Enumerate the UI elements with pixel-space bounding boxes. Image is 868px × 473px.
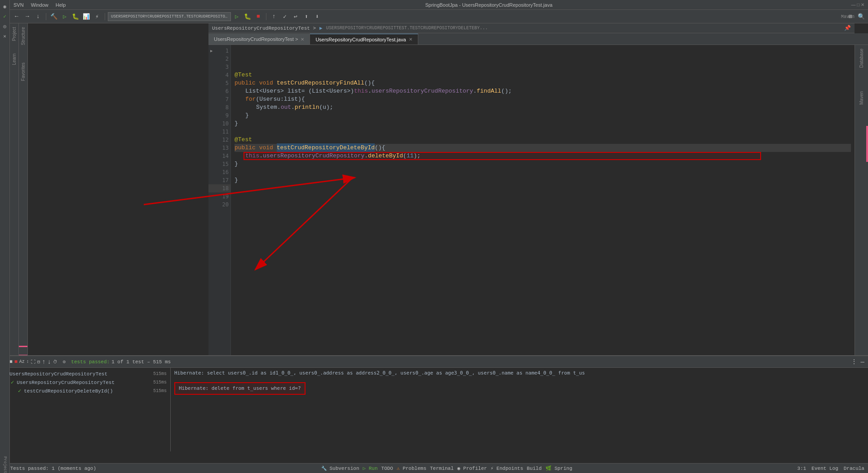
code-line-blank4 — [235, 128, 851, 136]
hibernate-delete-box: Hibernate: delete from t_users where id=… — [174, 380, 306, 395]
toolbar-back[interactable]: ← — [12, 12, 22, 22]
ide-icon-3[interactable]: ◎ — [0, 22, 9, 31]
tab-close-1[interactable]: ✕ — [301, 37, 304, 42]
tab-breadcrumb[interactable]: UsersRepositoryCrudRepositoryTest > ✕ — [208, 34, 310, 45]
ide-run-toolbar: ▷ ■ ■ Az ↕ ⛶ ⊟ ↑ ↓ ⏱ ⊙ tests passed: 1 o… — [0, 356, 868, 368]
test-method-item[interactable]: ✓ testCrudRepositoryDeleteById() 515ms — [16, 387, 168, 395]
run-sort[interactable]: ↕ — [27, 359, 29, 364]
statusbar-terminal[interactable]: Terminal — [430, 466, 454, 471]
run-up[interactable]: ↑ — [42, 358, 45, 366]
ide-right-sidebar: Database Maven — [855, 45, 868, 365]
test-output-area: Hibernate: select users0_.id as id1_0_0_… — [171, 368, 868, 451]
toolbar-coverage[interactable]: 📊 — [81, 12, 91, 22]
statusbar-build[interactable]: Build — [527, 466, 542, 471]
ide-icon-4[interactable]: ✕ — [0, 31, 9, 40]
project-label[interactable]: Project — [12, 27, 17, 41]
vcs-push[interactable]: ⬆ — [301, 12, 311, 22]
run-clock[interactable]: ⏱ — [53, 359, 58, 365]
menu-svn[interactable]: SVN — [13, 2, 24, 8]
breadcrumb-pin[interactable]: 📌 — [844, 25, 851, 31]
gutter-line-12: 12 — [208, 136, 230, 144]
ide-editor-tabs: UsersRepositoryCrudRepositoryTest > ✕ Us… — [208, 33, 868, 45]
statusbar-run[interactable]: ▷ Run — [363, 465, 377, 471]
run-format[interactable]: Az — [19, 359, 25, 364]
statusbar-subversion[interactable]: 🔧 Subversion — [321, 466, 359, 471]
code-line-close2: } — [235, 120, 851, 128]
statusbar-spring[interactable]: 🌿 Spring — [545, 465, 572, 471]
statusbar-todo[interactable]: TODO — [381, 466, 393, 471]
toolbar-recent[interactable]: ↓ — [33, 12, 43, 22]
tab-main-file[interactable]: UsersRepositoryCrudRepositoryTest.java ✕ — [310, 34, 418, 45]
statusbar-profiler[interactable]: ◉ Profiler — [457, 465, 487, 471]
ide-window-title: SpringBootJpa - UsersRepositoryCrudRepos… — [199, 0, 778, 10]
run-down[interactable]: ↓ — [47, 358, 51, 366]
toolbar-forward[interactable]: → — [22, 12, 32, 22]
toolbar-profile[interactable]: ⚡ — [92, 12, 102, 22]
run-config-display[interactable]: USERSREPOSITORYCRUDREPOSITTEST.TESTCRUDR… — [108, 12, 231, 21]
ide-icon-2[interactable]: ✓ — [0, 12, 9, 21]
status-position: 3:1 — [797, 466, 806, 471]
bottom-panel-content: ✓ UsersRepositoryCrudRepositoryTest 515m… — [0, 368, 868, 451]
toolbar-build[interactable]: 🔨 — [49, 12, 59, 22]
ide-panel: ◉ ✓ ◎ ✕ Project SVN Window Help — □ ✕ ← … — [0, 0, 868, 473]
gutter-line-2: 2 — [208, 55, 230, 63]
right-sidebar-labels: Maven — [841, 10, 855, 23]
code-line-class-close: } — [235, 176, 851, 184]
tab-close-2[interactable]: ✕ — [409, 37, 412, 42]
favorites-label[interactable]: Favorites — [21, 62, 26, 81]
statusbar-endpoints[interactable]: ⚡ Endpoints — [491, 465, 523, 471]
code-line-blank1 — [235, 47, 851, 55]
code-line-delete-call: this . usersRepositoryCrudRepository . d… — [235, 152, 851, 160]
hibernate-delete-content: Hibernate: delete from t_users where id=… — [174, 382, 306, 395]
project-sidebar-icon[interactable]: Project — [0, 460, 9, 469]
database-sidebar-label[interactable]: Database — [859, 49, 864, 68]
ide-far-left-sidebar: ◉ ✓ ◎ ✕ Project — [0, 0, 10, 473]
gutter-line-13: 13 — [208, 144, 230, 152]
panel-minimize[interactable]: — — [861, 358, 864, 366]
gutter-line-11: 11 — [208, 128, 230, 136]
run-collapse[interactable]: ⊟ — [37, 359, 40, 365]
ide-structure-sidebar: Structure Favorites — [19, 23, 28, 383]
gutter-line-4: 4 — [208, 71, 230, 79]
structure-label[interactable]: Structure — [21, 27, 26, 45]
maven-sidebar-label[interactable]: Maven — [859, 91, 864, 105]
maven-label[interactable]: Maven — [841, 14, 855, 19]
ide-code-editor[interactable]: @Test public void testCrudRepositoryFind… — [231, 45, 855, 230]
code-line-close3: } — [235, 160, 851, 168]
menu-window[interactable]: Window — [31, 2, 49, 8]
stop-btn[interactable]: ■ — [253, 12, 263, 22]
breadcrumb-method: USERSREPOSITORYCRUDREPOSITTEST.TESTCRUDR… — [326, 26, 488, 31]
test-root[interactable]: ✓ UsersRepositoryCrudRepositoryTest 515m… — [2, 370, 168, 378]
learn-label[interactable]: Learn — [12, 54, 17, 65]
run-loading: ⊙ — [63, 359, 66, 365]
toolbar-debug[interactable]: 🐛 — [71, 12, 80, 22]
vcs-rollback[interactable]: ↩ — [291, 12, 301, 22]
gutter-line-7: 7 — [208, 95, 230, 103]
search-everywhere[interactable]: 🔍 — [856, 12, 866, 22]
run-stop-btn2[interactable]: ■ — [14, 359, 18, 365]
vcs-commit[interactable]: ✓ — [280, 12, 290, 22]
tests-passed-count: 1 of 1 test – 515 ms — [111, 359, 171, 365]
status-event-log[interactable]: Event Log — [811, 466, 838, 471]
menu-help[interactable]: Help — [56, 2, 66, 8]
ide-icon-1[interactable]: ◉ — [0, 2, 9, 11]
statusbar-problems[interactable]: ⚠ Problems — [397, 465, 426, 471]
run-expand[interactable]: ⛶ — [31, 359, 35, 365]
code-line-for: for ( Users u: list){ — [235, 95, 851, 103]
pink-bar — [866, 126, 868, 162]
panel-more[interactable]: ⋮ — [851, 358, 857, 366]
hibernate-line-1: Hibernate: select users0_.id as id1_0_0_… — [174, 370, 864, 377]
breadcrumb-text: UsersRepositoryCrudRepositoryTest > — [212, 26, 316, 31]
code-gutter: ▶ 1 2 3 4 5 6 7 8 9 10 11 12 13 14 15 16… — [208, 45, 231, 365]
ide-bottom-panel: ▷ ■ ■ Az ↕ ⛶ ⊟ ↑ ↓ ⏱ ⊙ tests passed: 1 o… — [0, 355, 868, 463]
toolbar-run[interactable]: ▷ — [60, 12, 70, 22]
debug-btn[interactable]: 🐛 — [243, 12, 252, 22]
code-line-close1: } — [235, 112, 851, 120]
vcs-pull[interactable]: ⬇ — [312, 12, 322, 22]
gutter-line-14: 14 — [208, 152, 230, 160]
test-class-item[interactable]: ✓ UsersRepositoryCrudRepositoryTest 515m… — [9, 378, 168, 387]
gutter-line-16: 16 — [208, 168, 230, 176]
run-btn[interactable]: ▷ — [232, 12, 242, 22]
vcs-update[interactable]: ↑ — [269, 12, 279, 22]
breadcrumb-arrow: ▶ — [319, 25, 323, 31]
